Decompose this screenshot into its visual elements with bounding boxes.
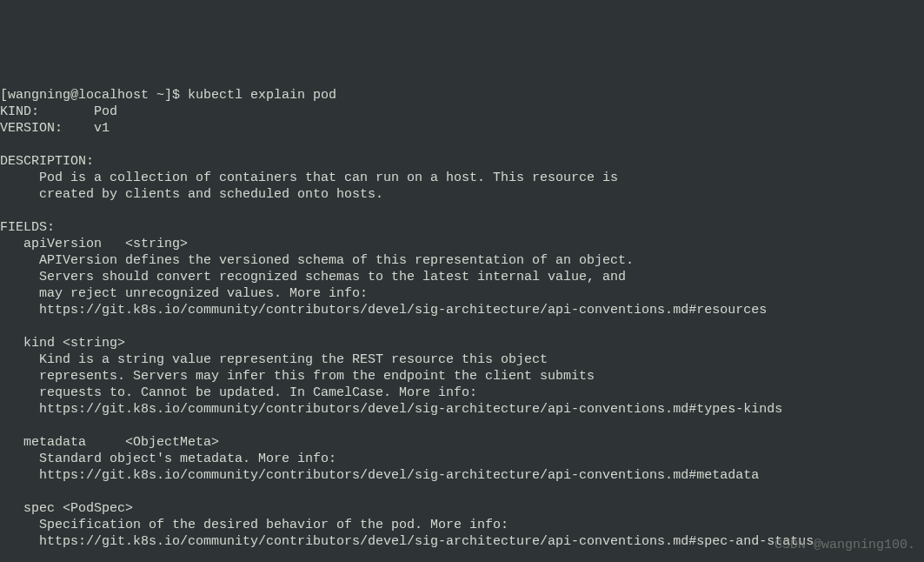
field-metadata-desc: Standard object's metadata. More info: [0, 452, 336, 466]
shell-prompt-line: [wangning@localhost ~]$ kubectl explain … [0, 88, 336, 103]
field-spec-desc: Specification of the desired behavior of… [0, 518, 509, 532]
field-kind-desc: Kind is a string value representing the … [0, 352, 548, 367]
description-text: Pod is a collection of containers that c… [0, 171, 618, 185]
field-kind-desc: requests to. Cannot be updated. In Camel… [0, 385, 477, 400]
field-kind-url: https://git.k8s.io/community/contributor… [0, 402, 782, 417]
watermark-text: CSDN @wangning100. [774, 537, 915, 553]
field-apiversion-desc: APIVersion defines the versioned schema … [0, 253, 634, 268]
field-apiversion-desc: Servers should convert recognized schema… [0, 270, 626, 284]
description-text: created by clients and scheduled onto ho… [0, 187, 383, 202]
fields-header: FIELDS: [0, 220, 55, 235]
field-metadata-header: metadata <ObjectMeta> [0, 435, 219, 450]
field-apiversion-desc: may reject unrecognized values. More inf… [0, 286, 368, 301]
field-spec-url: https://git.k8s.io/community/contributor… [0, 534, 814, 549]
field-kind-header: kind <string> [0, 336, 125, 351]
field-metadata-url: https://git.k8s.io/community/contributor… [0, 468, 759, 483]
kind-line: KIND: Pod [0, 104, 117, 119]
field-kind-desc: represents. Servers may infer this from … [0, 369, 595, 384]
field-spec-header: spec <PodSpec> [0, 501, 133, 516]
field-apiversion-url: https://git.k8s.io/community/contributor… [0, 303, 767, 318]
terminal-output[interactable]: [wangning@localhost ~]$ kubectl explain … [0, 70, 924, 562]
field-apiversion-header: apiVersion <string> [0, 237, 188, 251]
version-line: VERSION: v1 [0, 121, 110, 136]
description-header: DESCRIPTION: [0, 154, 94, 169]
